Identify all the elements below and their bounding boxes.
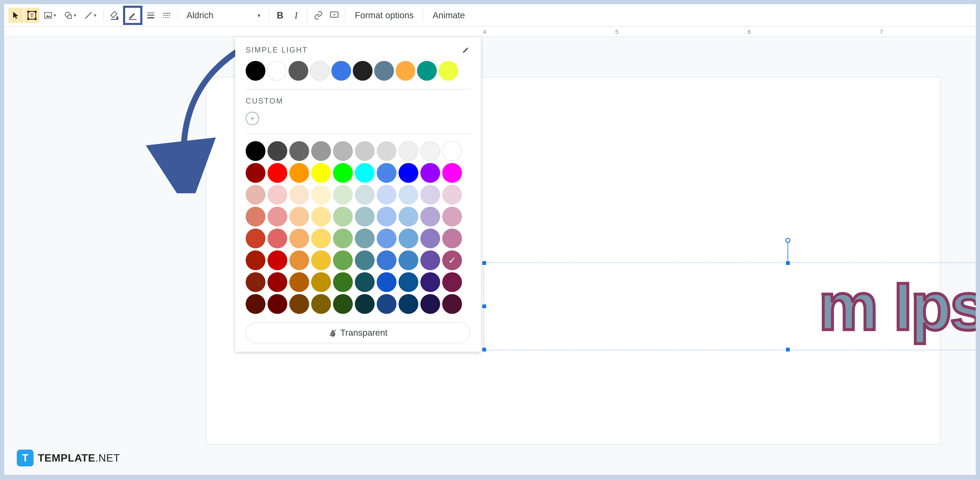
color-swatch[interactable] [311, 185, 331, 204]
rotation-handle[interactable] [785, 238, 791, 243]
color-swatch[interactable] [246, 163, 266, 183]
color-swatch[interactable] [267, 228, 287, 248]
italic-button[interactable]: I [288, 8, 304, 23]
canvas-area[interactable]: m Ipsum [4, 37, 976, 475]
color-swatch[interactable] [333, 185, 353, 204]
color-swatch[interactable] [267, 141, 287, 161]
color-swatch[interactable] [290, 207, 309, 227]
theme-color-swatch[interactable] [417, 61, 437, 81]
color-swatch[interactable] [311, 141, 331, 161]
color-swatch[interactable] [399, 294, 418, 314]
color-swatch[interactable] [311, 228, 331, 248]
border-weight-button[interactable] [143, 8, 158, 23]
border-color-button[interactable] [123, 6, 142, 25]
color-swatch[interactable] [420, 251, 440, 270]
bold-button[interactable]: B [272, 8, 288, 23]
theme-color-swatch[interactable] [331, 61, 351, 81]
color-swatch[interactable] [377, 207, 396, 227]
select-tool-button[interactable] [8, 8, 24, 23]
color-swatch[interactable] [355, 163, 375, 183]
color-swatch[interactable] [246, 294, 266, 314]
animate-button[interactable]: Animate [427, 8, 471, 23]
color-swatch[interactable] [442, 185, 462, 204]
color-swatch[interactable] [290, 294, 309, 314]
color-swatch[interactable] [246, 251, 266, 270]
color-swatch[interactable] [333, 272, 353, 292]
theme-color-swatch[interactable] [353, 61, 372, 81]
theme-color-swatch[interactable] [374, 61, 394, 81]
theme-color-swatch[interactable] [288, 61, 308, 81]
wordart-selection-box[interactable]: m Ipsum [484, 262, 976, 350]
comment-button[interactable]: + [327, 8, 342, 23]
font-select[interactable]: Aldrich ▾ [181, 8, 266, 23]
color-swatch[interactable] [399, 163, 418, 183]
color-swatch[interactable] [333, 207, 353, 227]
color-swatch[interactable] [290, 163, 309, 183]
resize-handle-sw[interactable] [482, 347, 487, 352]
color-swatch[interactable] [355, 185, 375, 204]
color-swatch[interactable] [246, 207, 266, 227]
color-swatch[interactable] [442, 228, 462, 248]
color-swatch[interactable] [420, 141, 440, 161]
color-swatch[interactable] [355, 207, 375, 227]
color-swatch[interactable] [246, 272, 266, 292]
color-swatch[interactable] [290, 185, 309, 204]
color-swatch[interactable] [399, 272, 418, 292]
resize-handle-w[interactable] [482, 304, 487, 309]
color-swatch[interactable] [420, 185, 440, 204]
color-swatch[interactable] [377, 141, 396, 161]
line-tool-button[interactable]: ▾ [81, 8, 100, 23]
color-swatch[interactable] [377, 163, 396, 183]
shape-tool-button[interactable]: ▾ [60, 8, 80, 23]
color-swatch[interactable] [333, 141, 353, 161]
transparent-button[interactable]: Transparent [246, 322, 470, 343]
border-dash-button[interactable] [159, 8, 174, 23]
color-swatch[interactable] [355, 251, 375, 270]
color-swatch[interactable] [267, 272, 287, 292]
color-swatch[interactable] [333, 228, 353, 248]
color-swatch[interactable] [442, 294, 462, 314]
color-swatch[interactable] [267, 207, 287, 227]
color-swatch[interactable] [420, 207, 440, 227]
color-swatch[interactable] [442, 272, 462, 292]
color-swatch[interactable] [267, 185, 287, 204]
color-swatch[interactable] [311, 207, 331, 227]
color-swatch[interactable] [290, 228, 309, 248]
color-swatch[interactable] [442, 251, 462, 270]
theme-color-swatch[interactable] [246, 61, 266, 81]
fill-color-button[interactable] [107, 8, 122, 23]
color-swatch[interactable] [355, 228, 375, 248]
color-swatch[interactable] [246, 185, 266, 204]
color-swatch[interactable] [420, 294, 440, 314]
color-swatch[interactable] [442, 163, 462, 183]
color-swatch[interactable] [246, 141, 266, 161]
link-button[interactable] [311, 8, 326, 23]
theme-color-swatch[interactable] [267, 61, 287, 81]
color-swatch[interactable] [399, 185, 418, 204]
color-swatch[interactable] [420, 228, 440, 248]
resize-handle-nw[interactable] [482, 261, 487, 265]
color-swatch[interactable] [311, 251, 331, 270]
theme-color-swatch[interactable] [310, 61, 330, 81]
color-swatch[interactable] [420, 163, 440, 183]
color-swatch[interactable] [399, 251, 418, 270]
color-swatch[interactable] [377, 251, 396, 270]
color-swatch[interactable] [377, 272, 396, 292]
color-swatch[interactable] [333, 294, 353, 314]
color-swatch[interactable] [267, 251, 287, 270]
color-swatch[interactable] [290, 272, 309, 292]
format-options-button[interactable]: Format options [349, 8, 420, 23]
theme-color-swatch[interactable] [438, 61, 458, 81]
color-swatch[interactable] [399, 141, 418, 161]
color-swatch[interactable] [355, 272, 375, 292]
color-swatch[interactable] [290, 251, 309, 270]
color-swatch[interactable] [355, 141, 375, 161]
color-swatch[interactable] [420, 272, 440, 292]
textbox-tool-button[interactable]: T [24, 8, 40, 23]
edit-theme-icon[interactable] [462, 45, 470, 54]
color-swatch[interactable] [442, 141, 462, 161]
resize-handle-s[interactable] [786, 347, 790, 352]
color-swatch[interactable] [267, 294, 287, 314]
image-tool-button[interactable]: ▾ [40, 8, 60, 23]
add-custom-color-button[interactable]: + [246, 112, 259, 125]
